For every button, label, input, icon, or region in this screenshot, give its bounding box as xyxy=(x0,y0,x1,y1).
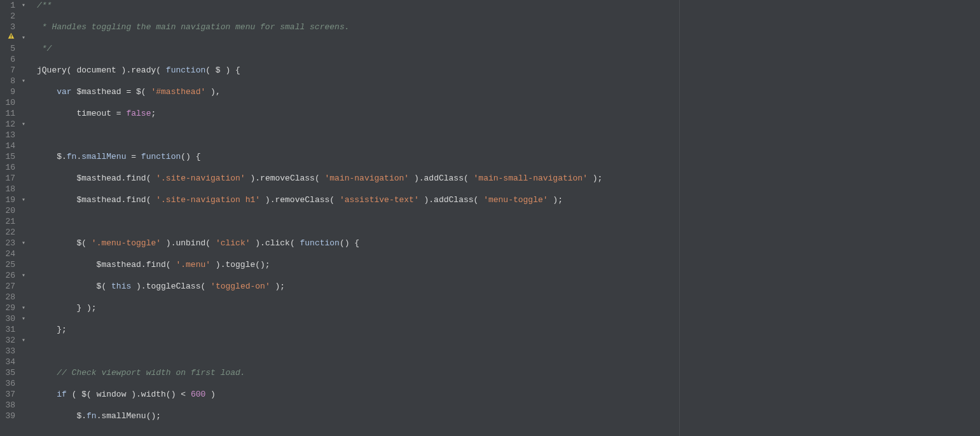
line-number[interactable]: 36 xyxy=(0,378,15,389)
code-line[interactable]: $.fn.smallMenu = function() { xyxy=(37,151,980,162)
line-number[interactable]: 35 xyxy=(0,367,15,378)
fold-gutter-cell xyxy=(19,173,28,184)
fold-gutter-cell xyxy=(19,151,28,162)
fold-toggle-icon[interactable] xyxy=(19,335,28,346)
line-number[interactable]: 39 xyxy=(0,411,15,421)
fold-gutter-cell xyxy=(19,367,28,378)
fold-gutter-cell xyxy=(19,205,28,216)
line-number[interactable]: 30 xyxy=(0,313,15,324)
code-editor[interactable]: 1235678910111213141516171819202122232425… xyxy=(0,0,980,436)
fold-gutter[interactable] xyxy=(19,0,28,436)
line-number[interactable]: 22 xyxy=(0,227,15,238)
line-number[interactable]: 1 xyxy=(0,0,15,11)
line-number[interactable]: 14 xyxy=(0,140,15,151)
line-number[interactable]: 5 xyxy=(0,43,15,54)
line-number[interactable]: 38 xyxy=(0,400,15,411)
code-line[interactable] xyxy=(37,130,980,140)
fold-gutter-cell xyxy=(19,65,28,76)
code-line[interactable]: timeout = false; xyxy=(37,108,980,119)
code-line[interactable]: jQuery( document ).ready( function( $ ) … xyxy=(37,65,980,76)
warning-icon xyxy=(8,32,15,39)
code-line[interactable] xyxy=(37,432,980,436)
code-line[interactable]: // Check viewport width on first load. xyxy=(37,367,980,378)
fold-gutter-cell xyxy=(19,216,28,227)
code-line[interactable]: $masthead.find( '.menu' ).toggle(); xyxy=(37,259,980,270)
line-number[interactable]: 21 xyxy=(0,216,15,227)
line-number[interactable]: 15 xyxy=(0,151,15,162)
fold-gutter-cell xyxy=(19,411,28,421)
fold-gutter-cell xyxy=(19,86,28,97)
fold-toggle-icon[interactable] xyxy=(19,32,28,43)
line-number[interactable]: 20 xyxy=(0,205,15,216)
line-number[interactable]: 8 xyxy=(0,76,15,86)
line-number[interactable]: 3 xyxy=(0,22,15,32)
line-number[interactable] xyxy=(0,32,15,43)
code-line[interactable] xyxy=(37,346,980,357)
code-area[interactable]: /** * Handles toggling the main navigati… xyxy=(28,0,980,436)
svg-rect-1 xyxy=(11,34,11,36)
fold-gutter-cell xyxy=(19,227,28,238)
line-number[interactable]: 16 xyxy=(0,162,15,173)
fold-toggle-icon[interactable] xyxy=(19,194,28,205)
line-number[interactable]: 24 xyxy=(0,249,15,259)
fold-gutter-cell xyxy=(19,22,28,32)
fold-toggle-icon[interactable] xyxy=(19,238,28,249)
code-line[interactable]: $( '.menu-toggle' ).unbind( 'click' ).cl… xyxy=(37,238,980,249)
fold-toggle-icon[interactable] xyxy=(19,270,28,281)
line-number[interactable]: 13 xyxy=(0,130,15,140)
fold-gutter-cell xyxy=(19,130,28,140)
line-number[interactable]: 29 xyxy=(0,303,15,313)
line-number[interactable]: 25 xyxy=(0,259,15,270)
fold-gutter-cell xyxy=(19,281,28,292)
code-line[interactable] xyxy=(37,216,980,227)
line-number[interactable]: 9 xyxy=(0,86,15,97)
line-number[interactable]: 17 xyxy=(0,173,15,184)
line-number[interactable]: 31 xyxy=(0,324,15,335)
line-number[interactable]: 28 xyxy=(0,292,15,303)
fold-gutter-cell xyxy=(19,292,28,303)
fold-gutter-cell xyxy=(19,249,28,259)
line-number[interactable]: 33 xyxy=(0,346,15,357)
code-line[interactable]: $( this ).toggleClass( 'toggled-on' ); xyxy=(37,281,980,292)
fold-toggle-icon[interactable] xyxy=(19,303,28,313)
code-line[interactable]: $masthead.find( '.site-navigation h1' ).… xyxy=(37,194,980,205)
code-line[interactable]: */ xyxy=(37,43,980,54)
line-number[interactable]: 37 xyxy=(0,389,15,400)
line-number[interactable]: 10 xyxy=(0,97,15,108)
code-line[interactable]: }; xyxy=(37,324,980,335)
line-number-gutter[interactable]: 1235678910111213141516171819202122232425… xyxy=(0,0,19,436)
svg-rect-2 xyxy=(11,37,11,38)
fold-gutter-cell xyxy=(19,346,28,357)
fold-gutter-cell xyxy=(19,259,28,270)
line-number[interactable]: 32 xyxy=(0,335,15,346)
code-line[interactable]: var $masthead = $( '#masthead' ), xyxy=(37,86,980,97)
line-number[interactable]: 6 xyxy=(0,54,15,65)
line-number[interactable]: 27 xyxy=(0,281,15,292)
code-line[interactable]: $.fn.smallMenu(); xyxy=(37,411,980,421)
fold-toggle-icon[interactable] xyxy=(19,119,28,130)
line-number[interactable]: 12 xyxy=(0,119,15,130)
code-line[interactable]: * Handles toggling the main navigation m… xyxy=(37,22,980,32)
line-number[interactable]: 18 xyxy=(0,184,15,194)
code-line[interactable]: } ); xyxy=(37,303,980,313)
fold-gutter-cell xyxy=(19,140,28,151)
code-content[interactable]: /** * Handles toggling the main navigati… xyxy=(28,0,980,436)
code-line[interactable]: if ( $( window ).width() < 600 ) xyxy=(37,389,980,400)
code-line[interactable]: $masthead.find( '.site-navigation' ).rem… xyxy=(37,173,980,184)
fold-gutter-cell xyxy=(19,11,28,22)
fold-toggle-icon[interactable] xyxy=(19,76,28,86)
line-number[interactable]: 19 xyxy=(0,194,15,205)
fold-gutter-cell xyxy=(19,162,28,173)
fold-toggle-icon[interactable] xyxy=(19,0,28,11)
line-number[interactable]: 23 xyxy=(0,238,15,249)
fold-gutter-cell xyxy=(19,357,28,367)
line-number[interactable]: 26 xyxy=(0,270,15,281)
line-number[interactable]: 11 xyxy=(0,108,15,119)
line-number[interactable]: 34 xyxy=(0,357,15,367)
line-number[interactable]: 2 xyxy=(0,11,15,22)
code-line[interactable]: /** xyxy=(37,0,980,11)
fold-toggle-icon[interactable] xyxy=(19,313,28,324)
fold-gutter-cell xyxy=(19,43,28,54)
fold-gutter-cell xyxy=(19,400,28,411)
line-number[interactable]: 7 xyxy=(0,65,15,76)
